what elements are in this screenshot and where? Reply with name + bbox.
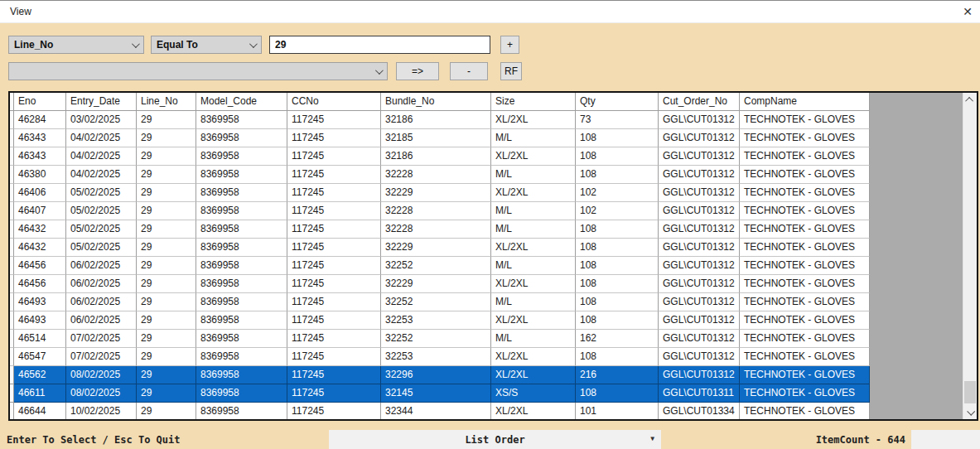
column-header[interactable]: Qty	[576, 93, 659, 111]
table-cell: 06/02/2025	[66, 293, 137, 311]
table-cell: 05/02/2025	[66, 220, 137, 239]
table-cell: 32186	[381, 147, 491, 166]
rf-button[interactable]: RF	[500, 62, 522, 80]
table-cell: 32252	[381, 330, 491, 348]
table-cell: 29	[137, 311, 196, 330]
table-cell: 101	[576, 403, 659, 421]
table-row[interactable]: 4649306/02/202529836995811724532252M/L10…	[10, 293, 870, 311]
close-icon[interactable]: ✕	[958, 3, 977, 20]
table-cell: 46432	[14, 239, 66, 257]
table-cell: TECHNOTEK - GLOVES	[740, 166, 870, 184]
dropdown-arrow-icon: ▼	[650, 435, 654, 442]
table-cell: 32253	[381, 311, 491, 330]
column-header[interactable]: CompName	[740, 93, 870, 111]
table-cell: 32229	[381, 239, 491, 257]
table-cell: 29	[137, 220, 196, 239]
filter-operator-dropdown[interactable]: Equal To	[151, 36, 262, 54]
table-cell: 08/02/2025	[66, 366, 137, 384]
table-cell: 8369958	[196, 220, 287, 239]
table-cell: 05/02/2025	[66, 239, 137, 257]
table-cell: 04/02/2025	[66, 129, 137, 147]
table-cell: 46406	[14, 184, 66, 202]
table-cell: GGL\CUT01312	[659, 257, 740, 275]
column-header[interactable]: Size	[491, 93, 576, 111]
column-header[interactable]: CCNo	[287, 93, 381, 111]
table-cell: 46284	[14, 111, 66, 129]
chevron-down-icon	[375, 66, 384, 75]
table-cell: GGL\CUT01312	[659, 202, 740, 220]
scrollbar-thumb[interactable]	[964, 381, 976, 403]
column-header[interactable]: Eno	[14, 93, 66, 111]
table-cell: 29	[137, 384, 196, 403]
column-header[interactable]: Entry_Date	[66, 93, 137, 111]
table-row[interactable]: 4645606/02/202529836995811724532252M/L10…	[10, 257, 870, 275]
table-row[interactable]: 4661108/02/202529836995811724532145XS/S1…	[10, 384, 870, 403]
vertical-scrollbar[interactable]	[963, 93, 977, 419]
table-cell: 32229	[381, 184, 491, 202]
filter-field-value: Line_No	[14, 39, 53, 51]
table-row[interactable]: 4638004/02/202529836995811724532228M/L10…	[10, 166, 870, 184]
table-row[interactable]: 4628403/02/202529836995811724532186XL/2X…	[10, 111, 870, 129]
table-row[interactable]: 4664410/02/202529836995811724532344XL/2X…	[10, 403, 870, 421]
apply-filter-button[interactable]: =>	[396, 62, 439, 80]
scroll-up-icon[interactable]	[963, 93, 977, 107]
add-filter-button[interactable]: +	[500, 36, 519, 54]
table-cell: 07/02/2025	[66, 330, 137, 348]
table-cell: 32252	[381, 293, 491, 311]
table-cell: TECHNOTEK - GLOVES	[740, 366, 870, 384]
table-cell: TECHNOTEK - GLOVES	[740, 111, 870, 129]
table-cell: XL/2XL	[491, 366, 576, 384]
table-cell: 108	[576, 293, 659, 311]
table-cell: GGL\CUT01311	[659, 384, 740, 403]
table-row[interactable]: 4634304/02/202529836995811724532186XL/2X…	[10, 147, 870, 166]
table-cell: GGL\CUT01312	[659, 366, 740, 384]
grid-header-row: EnoEntry_DateLine_NoModel_CodeCCNoBundle…	[10, 93, 870, 111]
table-cell: 05/02/2025	[66, 184, 137, 202]
table-row[interactable]: 4643205/02/202529836995811724532229XL/2X…	[10, 239, 870, 257]
table-cell: 29	[137, 348, 196, 366]
scroll-down-icon[interactable]	[963, 405, 977, 419]
column-header[interactable]: Model_Code	[196, 93, 287, 111]
table-row[interactable]: 4649306/02/202529836995811724532253XL/2X…	[10, 311, 870, 330]
status-bar: Enter To Select / Esc To Quit List Order…	[0, 430, 980, 449]
table-row[interactable]: 4645606/02/202529836995811724532229XL/2X…	[10, 275, 870, 293]
table-cell: 32228	[381, 220, 491, 239]
table-cell: 32145	[381, 384, 491, 403]
table-row[interactable]: 4643205/02/202529836995811724532228M/L10…	[10, 220, 870, 239]
grid-table: EnoEntry_DateLine_NoModel_CodeCCNoBundle…	[10, 93, 870, 419]
table-cell: 8369958	[196, 293, 287, 311]
table-cell: 46343	[14, 147, 66, 166]
table-cell: 29	[137, 147, 196, 166]
table-cell: 108	[576, 257, 659, 275]
table-cell: GGL\CUT01312	[659, 275, 740, 293]
table-cell: 117245	[287, 384, 381, 403]
table-cell: 32344	[381, 403, 491, 421]
table-cell: 29	[137, 330, 196, 348]
table-cell: 108	[576, 129, 659, 147]
table-cell: 46611	[14, 384, 66, 403]
table-row[interactable]: 4634304/02/202529836995811724532185M/L10…	[10, 129, 870, 147]
remove-filter-button[interactable]: -	[450, 62, 488, 80]
filter-value-input[interactable]	[269, 36, 490, 54]
column-header[interactable]: Cut_Order_No	[659, 93, 740, 111]
table-row[interactable]: 4640705/02/202529836995811724532228M/L10…	[10, 202, 870, 220]
filter-field-dropdown[interactable]: Line_No	[8, 36, 144, 54]
table-cell: GGL\CUT01312	[659, 184, 740, 202]
column-header[interactable]: Line_No	[137, 93, 196, 111]
table-cell: GGL\CUT01312	[659, 348, 740, 366]
table-cell: 32185	[381, 129, 491, 147]
list-order-dropdown[interactable]: List Order ▼	[329, 430, 661, 449]
column-header[interactable]: Bundle_No	[381, 93, 491, 111]
table-cell: 46547	[14, 348, 66, 366]
table-cell: XL/2XL	[491, 311, 576, 330]
table-row[interactable]: 4654707/02/202529836995811724532253XL/2X…	[10, 348, 870, 366]
table-row[interactable]: 4640605/02/202529836995811724532229XL/2X…	[10, 184, 870, 202]
table-cell: 46407	[14, 202, 66, 220]
table-cell: 04/02/2025	[66, 147, 137, 166]
table-cell: 46644	[14, 403, 66, 421]
table-cell: 117245	[287, 184, 381, 202]
filter-expression-dropdown[interactable]	[8, 62, 388, 80]
table-cell: 117245	[287, 239, 381, 257]
table-row[interactable]: 4651407/02/202529836995811724532252M/L16…	[10, 330, 870, 348]
table-row[interactable]: 4656208/02/202529836995811724532296XL/2X…	[10, 366, 870, 384]
